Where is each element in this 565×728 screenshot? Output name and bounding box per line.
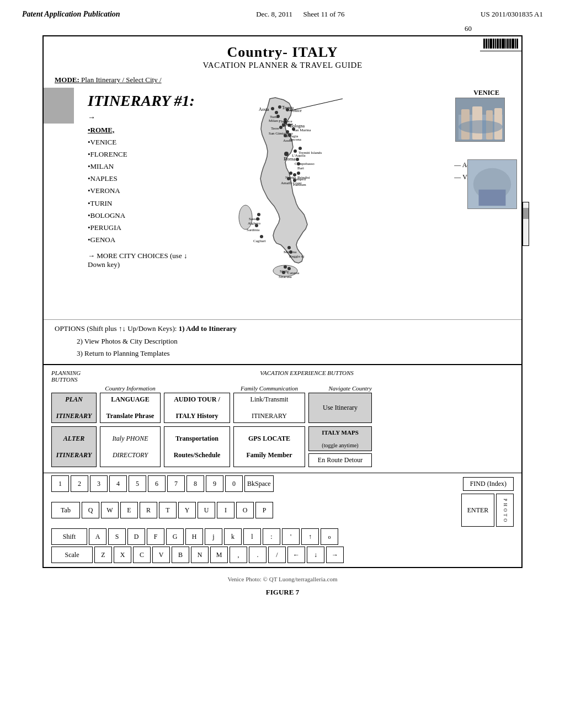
key-enter[interactable]: ENTER xyxy=(461,494,494,527)
key-photo[interactable]: P H O T O xyxy=(496,494,514,527)
use-itinerary-button[interactable]: Use Itinerary xyxy=(308,393,372,423)
right-btn-group: ITALY MAPS (toggle anytime) En Route Det… xyxy=(308,426,372,467)
gps-locate-button[interactable]: GPS LOCATE Family Member xyxy=(233,426,305,467)
key-g[interactable]: G xyxy=(166,528,184,545)
key-1[interactable]: 1 xyxy=(51,475,69,492)
svg-text:Assisi: Assisi xyxy=(283,138,292,143)
key-s[interactable]: S xyxy=(108,528,126,545)
city-naples[interactable]: •NAPLES xyxy=(88,173,198,185)
vacation-buttons-header: VACATION EXPERIENCE BUTTONS xyxy=(100,370,514,383)
key-y[interactable]: Y xyxy=(178,502,196,518)
key-0[interactable]: 0 xyxy=(225,475,243,492)
key-l[interactable]: l xyxy=(243,528,261,545)
svg-text:Cagliari: Cagliari xyxy=(253,239,266,243)
family-comm-header: Family Communication xyxy=(233,385,305,392)
svg-point-8 xyxy=(275,111,278,114)
en-route-detour-button[interactable]: En Route Detour xyxy=(308,453,372,467)
key-w[interactable]: W xyxy=(101,502,119,518)
city-turin[interactable]: •TURIN xyxy=(88,197,198,210)
key-o[interactable]: O xyxy=(236,502,254,518)
link-transmit-button[interactable]: Link/Transmit ITINERARY xyxy=(233,393,305,423)
key-4[interactable]: 4 xyxy=(109,475,127,492)
header-date: Dec. 8, 2011 xyxy=(256,10,292,18)
transportation-button[interactable]: Transportation Routes/Schedule xyxy=(164,426,230,467)
buttons-header: PLANNING BUTTONS VACATION EXPERIENCE BUT… xyxy=(51,370,514,383)
key-q[interactable]: Q xyxy=(82,502,99,518)
svg-text:Paestum: Paestum xyxy=(293,183,306,187)
key-6[interactable]: 6 xyxy=(148,475,166,492)
key-o-small[interactable]: o xyxy=(321,528,338,545)
alter-itinerary-button[interactable]: ALTER ITINERARY xyxy=(51,426,97,467)
key-p[interactable]: P xyxy=(255,502,273,518)
right-photo xyxy=(467,159,517,209)
svg-point-40 xyxy=(289,172,292,175)
city-rome[interactable]: •ROME, xyxy=(88,124,198,136)
svg-point-66 xyxy=(282,271,285,274)
key-u[interactable]: U xyxy=(198,502,215,518)
key-3[interactable]: 3 xyxy=(90,475,108,492)
svg-point-46 xyxy=(287,177,290,180)
key-left[interactable]: ← xyxy=(287,547,305,563)
key-8[interactable]: 8 xyxy=(186,475,204,492)
city-milan[interactable]: •MILAN xyxy=(88,160,198,173)
city-florence[interactable]: •FLORENCE xyxy=(88,148,198,160)
key-right[interactable]: → xyxy=(326,547,344,563)
key-7[interactable]: 7 xyxy=(167,475,185,492)
plan-itinerary-button[interactable]: PLAN ITINERARY xyxy=(51,393,97,423)
language-button[interactable]: LANGUAGE Translate Phrase xyxy=(100,393,161,423)
city-perugia[interactable]: •PERUGIA xyxy=(88,222,198,234)
key-f[interactable]: F xyxy=(147,528,164,545)
city-bologna[interactable]: •BOLOGNA xyxy=(88,210,198,222)
city-verona[interactable]: •VERONA xyxy=(88,185,198,197)
key-t[interactable]: T xyxy=(159,502,177,518)
key-9[interactable]: 9 xyxy=(206,475,223,492)
key-z[interactable]: Z xyxy=(94,547,112,563)
key-quote[interactable]: ' xyxy=(282,528,300,545)
key-d[interactable]: D xyxy=(127,528,145,545)
key-j[interactable]: j xyxy=(205,528,222,545)
key-x[interactable]: X xyxy=(114,547,131,563)
map-area: Venice Trento Aosta Turin Milan Cinque T… xyxy=(204,88,505,319)
audio-tour-button[interactable]: AUDIO TOUR / ITALY History xyxy=(164,393,230,423)
key-shift[interactable]: Shift xyxy=(51,528,87,545)
key-scale[interactable]: Scale xyxy=(51,547,93,563)
key-5[interactable]: 5 xyxy=(129,475,146,492)
key-b[interactable]: B xyxy=(172,547,189,563)
barcode-line xyxy=(483,39,485,49)
key-m[interactable]: M xyxy=(210,547,228,563)
barcode-line xyxy=(515,39,516,49)
header-left: Patent Application Publication xyxy=(22,10,120,19)
key-k[interactable]: k xyxy=(224,528,242,545)
key-e[interactable]: E xyxy=(120,502,138,518)
key-tab[interactable]: Tab xyxy=(51,502,80,518)
key-slash[interactable]: / xyxy=(268,547,286,563)
barcode-line xyxy=(486,39,487,49)
key-h[interactable]: H xyxy=(185,528,203,545)
key-backspace[interactable]: BkSpace xyxy=(244,475,274,492)
key-up[interactable]: ↑ xyxy=(301,528,319,545)
patent-header: Patent Application Publication Dec. 8, 2… xyxy=(0,0,565,24)
key-n[interactable]: N xyxy=(191,547,209,563)
key-comma[interactable]: , xyxy=(230,547,247,563)
key-i[interactable]: I xyxy=(217,502,234,518)
key-colon[interactable]: : xyxy=(263,528,280,545)
phone-directory-button[interactable]: Italy PHONE DIRECTORY xyxy=(100,426,161,467)
scroll-indicator[interactable] xyxy=(523,202,529,246)
key-down[interactable]: ↓ xyxy=(307,547,324,563)
svg-point-64 xyxy=(287,267,291,270)
key-r[interactable]: R xyxy=(140,502,157,518)
key-2[interactable]: 2 xyxy=(71,475,88,492)
key-a[interactable]: A xyxy=(89,528,106,545)
key-period[interactable]: . xyxy=(249,547,266,563)
italy-map-svg: Venice Trento Aosta Turin Milan Cinque T… xyxy=(204,88,391,281)
svg-point-54 xyxy=(255,224,258,227)
svg-text:Brindisi: Brindisi xyxy=(297,175,310,180)
find-index-button[interactable]: FIND (Index) xyxy=(463,477,514,491)
options-line: OPTIONS (Shift plus ↑↓ Up/Down Keys): 1)… xyxy=(55,324,510,333)
key-c[interactable]: C xyxy=(133,547,151,563)
city-venice[interactable]: •VENICE xyxy=(88,136,198,148)
svg-point-42 xyxy=(293,173,296,176)
city-genoa[interactable]: •GENOA xyxy=(88,234,198,246)
key-v[interactable]: V xyxy=(152,547,170,563)
italy-maps-button[interactable]: ITALY MAPS (toggle anytime) xyxy=(308,426,372,451)
